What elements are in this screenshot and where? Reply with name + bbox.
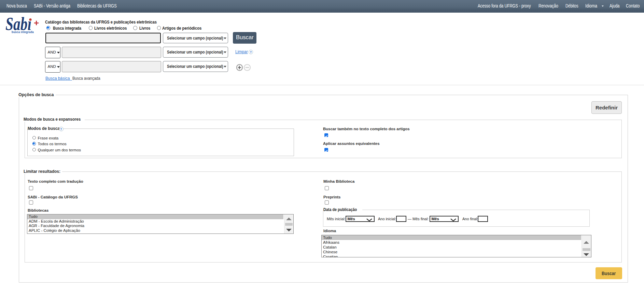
svg-text:+: +: [34, 18, 39, 28]
